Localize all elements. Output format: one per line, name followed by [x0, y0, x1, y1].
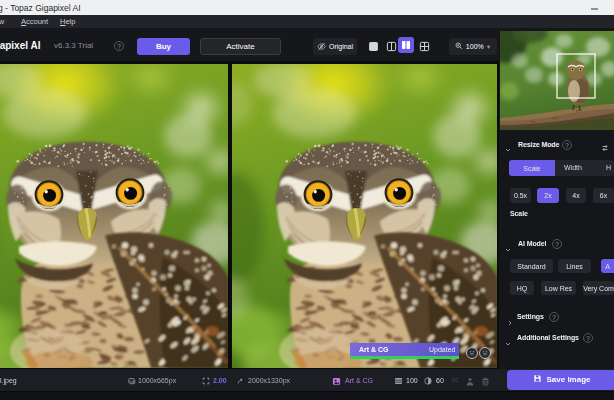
svg-text:GC: GC: [452, 378, 460, 383]
